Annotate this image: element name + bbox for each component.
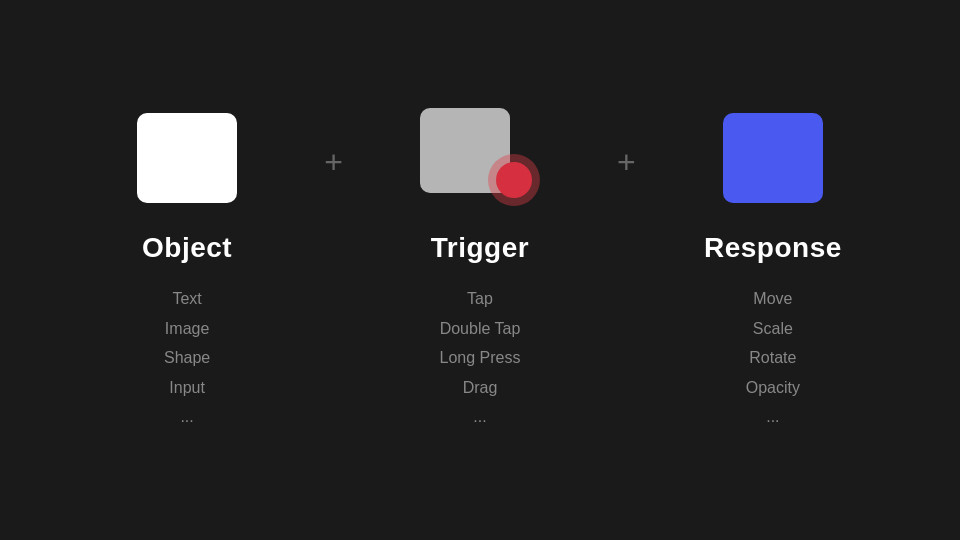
trigger-red-circle-inner — [496, 162, 532, 198]
list-item: Input — [164, 373, 210, 403]
response-icon-wrapper — [708, 108, 838, 208]
object-title: Object — [142, 232, 232, 264]
list-item: Text — [164, 284, 210, 314]
response-column: Response Move Scale Rotate Opacity ... — [646, 108, 900, 432]
object-icon-wrapper — [122, 108, 252, 208]
response-blue-square-icon — [723, 113, 823, 203]
response-title: Response — [704, 232, 842, 264]
list-item: Long Press — [440, 343, 521, 373]
trigger-column: Trigger Tap Double Tap Long Press Drag .… — [353, 108, 607, 432]
list-item: Drag — [440, 373, 521, 403]
response-list: Move Scale Rotate Opacity ... — [746, 284, 800, 432]
trigger-composite-icon — [420, 108, 540, 208]
list-item: Double Tap — [440, 314, 521, 344]
trigger-icon-wrapper — [415, 108, 545, 208]
list-item: ... — [164, 402, 210, 432]
list-item: ... — [440, 402, 521, 432]
trigger-list: Tap Double Tap Long Press Drag ... — [440, 284, 521, 432]
list-item: Scale — [746, 314, 800, 344]
plus-sign-1: + — [314, 144, 353, 181]
plus-sign-2: + — [607, 144, 646, 181]
list-item: Opacity — [746, 373, 800, 403]
object-list: Text Image Shape Input ... — [164, 284, 210, 432]
list-item: ... — [746, 402, 800, 432]
main-container: Object Text Image Shape Input ... + Trig… — [0, 108, 960, 432]
list-item: Rotate — [746, 343, 800, 373]
list-item: Tap — [440, 284, 521, 314]
object-white-square-icon — [137, 113, 237, 203]
trigger-title: Trigger — [431, 232, 529, 264]
list-item: Shape — [164, 343, 210, 373]
list-item: Image — [164, 314, 210, 344]
trigger-red-circle-outer — [488, 154, 540, 206]
object-column: Object Text Image Shape Input ... — [60, 108, 314, 432]
list-item: Move — [746, 284, 800, 314]
